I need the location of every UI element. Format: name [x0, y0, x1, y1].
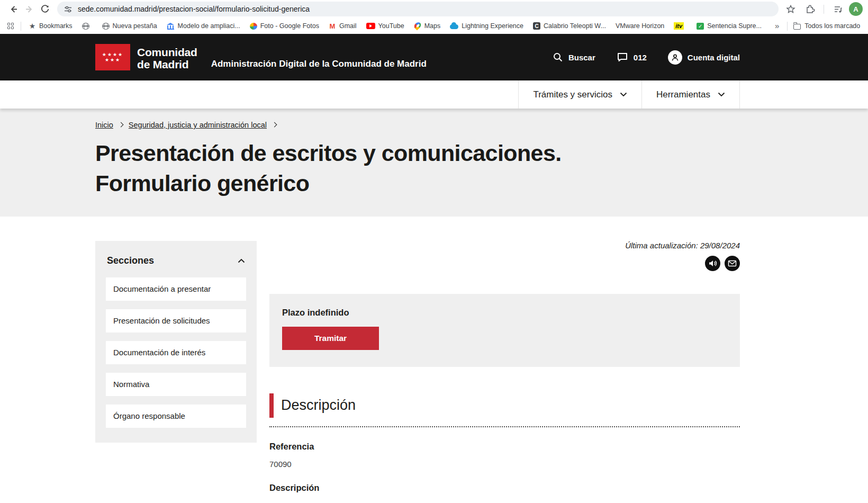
bookmark-label: Lightning Experience	[462, 22, 523, 30]
sidebar-section-item[interactable]: Normativa	[106, 373, 246, 396]
chevron-down-icon	[718, 92, 725, 97]
sidebar-section-item[interactable]: Documentación a presentar	[106, 277, 246, 301]
calabrio-icon	[533, 22, 540, 30]
nav-menu-label: Trámites y servicios	[533, 89, 612, 100]
breadcrumb-chevron-icon	[118, 122, 123, 128]
bookmark-label: Gmail	[339, 22, 357, 30]
url-bar[interactable]: sede.comunidad.madrid/prestacion-social/…	[57, 2, 779, 16]
bookmark-label: Maps	[424, 22, 441, 30]
globe-icon	[82, 23, 89, 30]
toolbar-divider	[824, 5, 824, 14]
bookmarks-divider	[21, 22, 21, 31]
bookmarks-divider-2	[787, 22, 788, 31]
back-icon[interactable]	[5, 1, 21, 17]
brand-logo[interactable]: Comunidad de Madrid Administración Digit…	[95, 44, 427, 70]
bookmark-item[interactable]: Maps	[409, 20, 446, 32]
phone-012-button[interactable]: 012	[617, 52, 647, 62]
folder-icon	[793, 24, 801, 30]
envelope-icon	[728, 259, 737, 268]
person-icon	[668, 50, 682, 65]
youtube-icon	[366, 23, 375, 29]
bookmarks-star-icon	[29, 22, 36, 30]
forward-icon[interactable]	[21, 1, 37, 17]
bookmark-item[interactable]: VMware Horizon	[611, 20, 669, 32]
bookmarks-bar: Bookmarks Nueva pestaña Modelo de amplia…	[0, 18, 868, 34]
site-info-icon[interactable]	[64, 5, 73, 14]
bookmark-item[interactable]: Lightning Experience	[445, 20, 528, 32]
bookmark-item[interactable]: Bookmarks	[24, 20, 77, 32]
sections-title: Secciones	[107, 255, 154, 266]
bookmark-item[interactable]: Foto - Google Fotos	[245, 20, 324, 32]
content-area: Secciones Documentación a presentar Pres…	[0, 217, 868, 493]
url-text: sede.comunidad.madrid/prestacion-social/…	[78, 5, 310, 13]
last-update-text: Última actualización: 29/08/2024	[269, 241, 740, 250]
sidebar-section-item[interactable]: Documentación de interés	[106, 341, 246, 364]
bookmark-item[interactable]: Sentencia Supre...	[692, 20, 766, 32]
descripcion-label: Descripción	[269, 483, 740, 493]
search-icon	[553, 52, 563, 62]
bookmark-label: Nueva pestaña	[113, 22, 157, 30]
extensions-icon[interactable]	[802, 1, 818, 17]
bookmark-label: Sentencia Supre...	[707, 22, 762, 30]
chevron-down-icon	[620, 92, 627, 97]
all-bookmarks-label: Todos los marcado	[804, 22, 860, 30]
profile-avatar[interactable]: A	[849, 2, 863, 16]
bookmark-item[interactable]: YouTube	[361, 20, 409, 32]
chat-bubble-icon	[617, 52, 628, 62]
nav-menu-item[interactable]: Trámites y servicios	[518, 80, 641, 109]
comunidad-madrid-flag-icon	[95, 44, 130, 70]
breadcrumb-chevron-icon	[272, 122, 277, 128]
section-accent-bar	[269, 393, 274, 418]
chevron-up-icon	[238, 258, 245, 263]
breadcrumb-link-seguridad[interactable]: Seguridad, justicia y administración loc…	[129, 121, 267, 129]
bookmark-item[interactable]	[77, 21, 97, 32]
nav-menu-label: Herramientas	[656, 89, 710, 100]
section-title: Descripción	[281, 397, 356, 414]
all-bookmarks-folder[interactable]: Todos los marcado	[790, 20, 863, 32]
sidebar-section-item[interactable]: Presentación de solicitudes	[106, 309, 246, 333]
listen-button[interactable]	[705, 256, 720, 271]
tramitar-button[interactable]: Tramitar	[282, 327, 379, 350]
globe-icon	[102, 23, 110, 30]
bookmark-label: Modelo de ampliaci...	[178, 22, 240, 30]
cuenta-digital-button[interactable]: Cuenta digital	[668, 50, 740, 65]
apps-grid-icon[interactable]	[7, 23, 14, 29]
bookmark-star-icon[interactable]	[783, 1, 799, 17]
google-photos-icon	[250, 23, 257, 30]
bookmark-item[interactable]: Nueva pestaña	[97, 20, 162, 32]
breadcrumb-link-inicio[interactable]: Inicio	[95, 121, 113, 129]
green-check-icon	[697, 23, 704, 30]
dotted-divider	[269, 426, 740, 427]
bookmarks-list: Bookmarks Nueva pestaña Modelo de amplia…	[24, 20, 766, 32]
itv-icon	[674, 22, 684, 30]
bookmark-label: YouTube	[378, 22, 404, 30]
sections-list: Documentación a presentar Presentación d…	[106, 277, 246, 428]
referencia-label: Referencia	[269, 442, 740, 452]
search-button[interactable]: Buscar	[553, 52, 595, 62]
google-maps-icon	[413, 21, 422, 30]
reload-icon[interactable]	[37, 1, 53, 17]
email-button[interactable]	[725, 256, 740, 271]
media-controls-icon[interactable]	[830, 1, 846, 17]
site-subtitle: Administración Digital de la Comunidad d…	[211, 59, 427, 70]
bookmarks-overflow-chevron[interactable]: »	[766, 21, 784, 31]
bookmark-item[interactable]: Calabrio Teleopti W...	[528, 20, 611, 32]
bookmark-item[interactable]: Modelo de ampliaci...	[162, 20, 245, 32]
bookmark-item[interactable]	[669, 20, 692, 32]
bookmark-label: Bookmarks	[39, 22, 73, 30]
main-nav: Trámites y servicios Herramientas	[0, 80, 868, 109]
bookmark-label: Calabrio Teleopti W...	[544, 22, 606, 30]
hero: Inicio Seguridad, justicia y administrac…	[0, 109, 868, 217]
speaker-icon	[708, 259, 717, 268]
sidebar-section-item[interactable]: Órgano responsable	[106, 405, 246, 428]
cloud-icon	[450, 24, 458, 29]
browser-toolbar: sede.comunidad.madrid/prestacion-social/…	[0, 0, 868, 18]
bookmark-label: Foto - Google Fotos	[260, 22, 319, 30]
sections-panel: Secciones Documentación a presentar Pres…	[95, 241, 257, 443]
nav-menu-item[interactable]: Herramientas	[641, 80, 740, 109]
brand-name: Comunidad de Madrid	[137, 46, 197, 70]
sections-header[interactable]: Secciones	[106, 255, 246, 266]
page-title: Presentación de escritos y comunicacione…	[95, 138, 740, 199]
bookmark-item[interactable]: Gmail	[324, 20, 361, 32]
referencia-value: 70090	[269, 460, 740, 469]
